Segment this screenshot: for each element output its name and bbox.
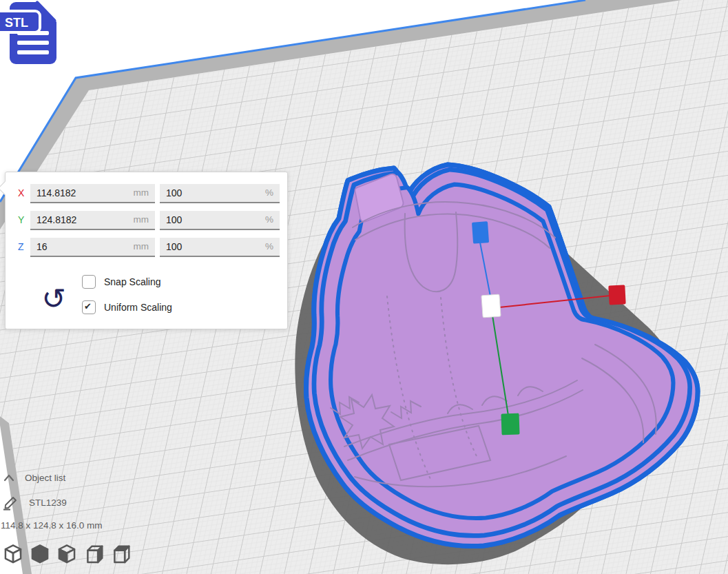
z-mm-field: mm bbox=[30, 238, 155, 257]
y-percent-unit: % bbox=[265, 214, 273, 225]
x-mm-unit: mm bbox=[134, 187, 149, 198]
model-dimensions-readout: 114.8 x 124.8 x 16.0 mm bbox=[1, 520, 103, 531]
scale-row-y: Y mm % bbox=[6, 211, 287, 230]
view-right-icon[interactable] bbox=[110, 544, 131, 566]
scale-row-x: X mm % bbox=[6, 184, 287, 203]
scale-tool-panel: X mm % Y mm % Z mm bbox=[5, 172, 288, 329]
x-mm-field: mm bbox=[30, 184, 155, 203]
z-percent-unit: % bbox=[265, 241, 273, 252]
view-3d-icon[interactable] bbox=[3, 544, 23, 566]
snap-scaling-checkbox[interactable] bbox=[82, 275, 96, 289]
z-mm-unit: mm bbox=[134, 241, 149, 252]
z-percent-field: % bbox=[160, 238, 280, 257]
x-percent-input[interactable] bbox=[160, 184, 280, 202]
z-axis-label: Z bbox=[18, 241, 24, 252]
snap-scaling-label: Snap Scaling bbox=[104, 276, 161, 287]
stl-badge-label: STL bbox=[5, 16, 28, 30]
chevron-up-icon[interactable] bbox=[3, 473, 14, 483]
y-mm-field: mm bbox=[30, 211, 155, 230]
object-list-header[interactable]: Object list bbox=[25, 473, 65, 483]
view-top-icon[interactable] bbox=[56, 544, 77, 566]
y-mm-unit: mm bbox=[134, 214, 149, 225]
reset-scale-button[interactable]: ↺ bbox=[38, 281, 70, 317]
view-left-icon[interactable] bbox=[83, 544, 104, 566]
uniform-scaling-label: Uniform Scaling bbox=[104, 302, 172, 313]
scale-handle-x[interactable] bbox=[608, 285, 625, 305]
y-percent-field: % bbox=[160, 211, 280, 230]
scale-handle-y[interactable] bbox=[501, 413, 519, 435]
object-list-item-name[interactable]: STL1239 bbox=[29, 498, 67, 508]
x-percent-field: % bbox=[160, 184, 280, 203]
scale-handle-center[interactable] bbox=[481, 294, 501, 318]
y-percent-input[interactable] bbox=[160, 211, 280, 229]
scale-handle-z[interactable] bbox=[472, 221, 489, 244]
stl-file-icon[interactable]: STL bbox=[0, 0, 65, 68]
uniform-scaling-checkmark: ✔ bbox=[84, 301, 92, 311]
camera-view-buttons bbox=[3, 544, 131, 566]
pencil-icon[interactable] bbox=[2, 495, 19, 511]
z-percent-input[interactable] bbox=[160, 238, 280, 256]
y-axis-label: Y bbox=[18, 214, 24, 225]
scale-row-z: Z mm % bbox=[6, 238, 287, 257]
uniform-scaling-checkbox[interactable]: ✔ bbox=[82, 300, 96, 314]
view-front-icon[interactable] bbox=[30, 544, 50, 566]
x-axis-label: X bbox=[18, 187, 24, 198]
application-window: STL X mm % Y mm % bbox=[0, 0, 728, 574]
x-percent-unit: % bbox=[265, 187, 273, 198]
